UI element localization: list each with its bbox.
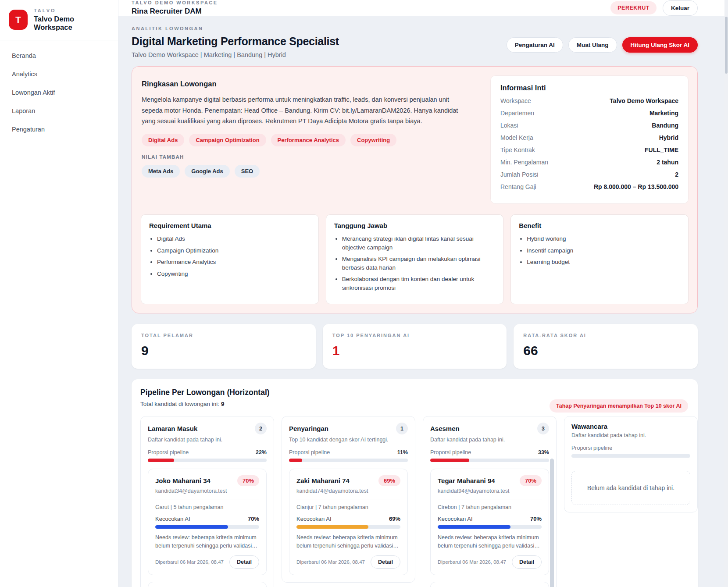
stage-scrollbar[interactable] [550,459,554,587]
core-info-row: Rentang GajiRp 8.000.000 – Rp 13.500.000 [500,183,678,190]
candidate-card: Zaki Maharani 7469%kandidat74@dayamotora… [289,469,408,575]
candidate-list: Joko Maharani 3470%kandidat34@dayamotora… [148,469,267,587]
match-track [438,525,542,529]
ai-settings-button[interactable]: Pengaturan AI [507,37,563,53]
core-info-label: Workspace [500,97,531,104]
stage-header: Wawancara [571,423,690,430]
candidate-email: kandidat34@dayamotora.test [155,488,259,494]
responsibility-item: Menganalisis KPI campaign dan melakukan … [342,255,496,272]
core-info-row: Model KerjaHybrid [500,134,678,141]
proportion-track [289,459,408,462]
core-info-label: Departemen [500,110,534,117]
detail-button[interactable]: Detail [229,555,259,569]
candidate-card: Joko Maharani 3470%kandidat34@dayamotora… [148,469,267,575]
candidate-email: kandidat94@dayamotora.test [438,488,542,494]
skill-tag: Copywriting [350,134,396,146]
responsibilities-list: Merancang strategi iklan digital lintas … [342,235,496,292]
pipeline-title: Pipeline Per Lowongan (Horizontal) [140,388,689,397]
stage-header: Asesmen3 [430,423,549,434]
brand-label: TALVO [34,8,109,13]
pipeline-total-label: Total kandidat di lowongan ini: [140,401,219,407]
section-label: ANALITIK LOWONGAN [132,26,339,31]
proportion-value: 11% [397,449,408,455]
proportion-track [430,459,549,462]
workspace-name: Talvo Demo Workspace [34,15,109,32]
stat-label: RATA-RATA SKOR AI [523,333,688,338]
candidate-note: Needs review: beberapa kriteria minimum … [296,534,400,549]
skill-tag: Performance Analytics [271,134,346,146]
requirement-item: Digital Ads [157,235,310,243]
main-area: TALVO DEMO WORKSPACE Rina Recruiter DAM … [118,0,728,587]
stat-value: 66 [523,343,688,358]
responsibilities-card: Tanggung Jawab Merancang strategi iklan … [326,214,504,304]
stats-row: TOTAL PELAMAR9TOP 10 PENYARINGAN AI1RATA… [132,324,698,369]
proportion-row: Proporsi pipeline11% [289,449,408,455]
nice-to-have-tag: SEO [235,165,260,178]
page-subtitle: Talvo Demo Workspace | Marketing | Bandu… [132,51,339,58]
pipeline-card: Pipeline Per Lowongan (Horizontal) Total… [132,379,698,587]
sidebar-item-pengaturan[interactable]: Pengaturan [0,120,118,139]
stat-value: 1 [332,343,497,358]
stage-header: Penyaringan1 [289,423,408,434]
match-row: Kecocokan AI69% [296,516,400,522]
reload-button[interactable]: Muat Ulang [568,37,617,53]
benefit-item: Insentif campaign [527,246,680,255]
core-info-label: Tipe Kontrak [500,146,535,153]
top-bar: TALVO DEMO WORKSPACE Rina Recruiter DAM … [118,0,728,16]
pipeline-note-badge: Tahap Penyaringan menampilkan Top 10 sko… [550,399,688,413]
skill-tag: Campaign Optimization [189,134,266,146]
stage-title: Wawancara [571,423,607,430]
core-info-value: Marketing [649,110,678,117]
proportion-label: Proporsi pipeline [148,449,189,455]
match-label: Kecocokan AI [438,516,473,522]
stage-count-badge: 2 [255,423,267,434]
proportion-value: 33% [538,449,549,455]
core-info-value: Hybrid [659,134,678,141]
nice-to-have-tag: Google Ads [185,165,229,178]
benefits-list: Hybrid workingInsentif campaignLearning … [527,235,680,267]
stage-header: Lamaran Masuk2 [148,423,267,434]
core-info-label: Model Kerja [500,134,533,141]
page-scrollbar[interactable] [724,0,728,587]
core-info-value: FULL_TIME [645,146,678,153]
candidate-name: Joko Maharani 34 [155,477,211,484]
candidate-score-badge: 70% [520,475,542,486]
sidebar-item-lowongan-aktif[interactable]: Lowongan Aktif [0,83,118,102]
logout-button[interactable]: Keluar [663,0,698,16]
benefit-item: Hybrid working [527,235,680,243]
candidate-list: Zaki Maharani 7469%kandidat74@dayamotora… [289,469,408,575]
sidebar-nav: BerandaAnalyticsLowongan AktifLaporanPen… [0,40,118,139]
core-info-label: Lokasi [500,122,518,129]
core-info-label: Rentang Gaji [500,183,536,190]
recompute-score-button[interactable]: Hitung Ulang Skor AI [622,37,698,53]
proportion-label: Proporsi pipeline [571,445,612,451]
sidebar-item-analytics[interactable]: Analytics [0,65,118,83]
candidate-updated: Diperbarui 06 Mar 2026, 08.47 [296,559,365,565]
responsibility-item: Merancang strategi iklan digital lintas … [342,235,496,252]
match-track [296,525,400,529]
match-fill [296,525,368,529]
detail-button[interactable]: Detail [371,555,400,569]
benefits-title: Benefit [519,222,680,229]
stat-card: TOTAL PELAMAR9 [132,324,316,369]
benefits-card: Benefit Hybrid workingInsentif campaignL… [510,214,689,304]
core-info-title: Informasi Inti [500,84,678,92]
stat-label: TOP 10 PENYARINGAN AI [332,333,497,338]
core-info-value: 2 tahun [657,159,678,166]
page-scrollbar-thumb[interactable] [725,17,728,74]
stage-title: Asesmen [430,425,460,432]
candidate-list: Belum ada kandidat di tahap ini. [571,464,690,505]
proportion-label: Proporsi pipeline [289,449,330,455]
nice-to-have-label: NILAI TAMBAH [142,154,478,160]
sidebar-item-beranda[interactable]: Beranda [0,46,118,65]
core-info-value: Bandung [652,122,678,129]
proportion-fill [430,459,469,462]
proportion-value: 22% [256,449,267,455]
nice-to-have-tag: Meta Ads [142,165,180,178]
sidebar-item-laporan[interactable]: Laporan [0,102,118,120]
core-info-row: Tipe KontrakFULL_TIME [500,146,678,153]
detail-button[interactable]: Detail [512,555,542,569]
stage-empty-state: Belum ada kandidat di tahap ini. [571,471,690,505]
candidate-updated: Diperbarui 06 Mar 2026, 08.47 [155,559,224,565]
stat-card: TOP 10 PENYARINGAN AI1 [323,324,507,369]
